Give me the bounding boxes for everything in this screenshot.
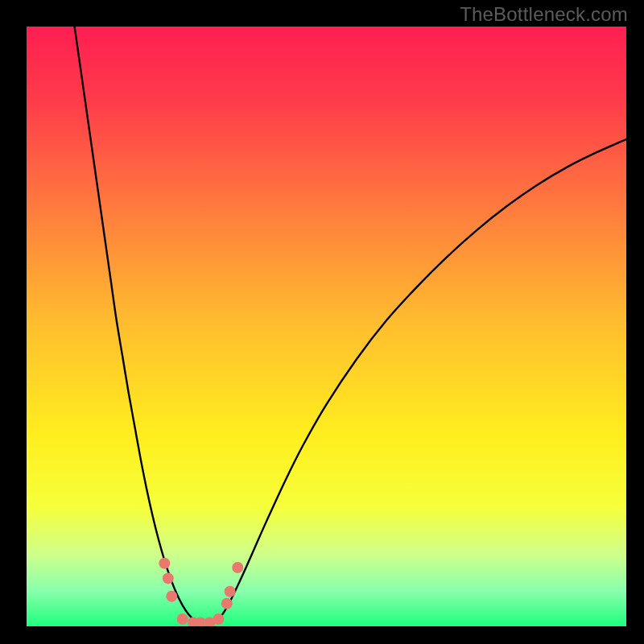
chart-plot-area (27, 27, 626, 626)
data-marker (221, 598, 233, 609)
chart-frame: TheBottleneck.com (0, 0, 644, 644)
data-marker (213, 613, 224, 625)
data-marker (225, 586, 236, 597)
data-marker (163, 572, 174, 584)
watermark-text: TheBottleneck.com (460, 3, 628, 26)
chart-svg (27, 27, 626, 626)
data-marker (232, 562, 243, 573)
data-marker (177, 613, 188, 625)
data-marker (166, 591, 177, 602)
data-marker (159, 558, 170, 569)
